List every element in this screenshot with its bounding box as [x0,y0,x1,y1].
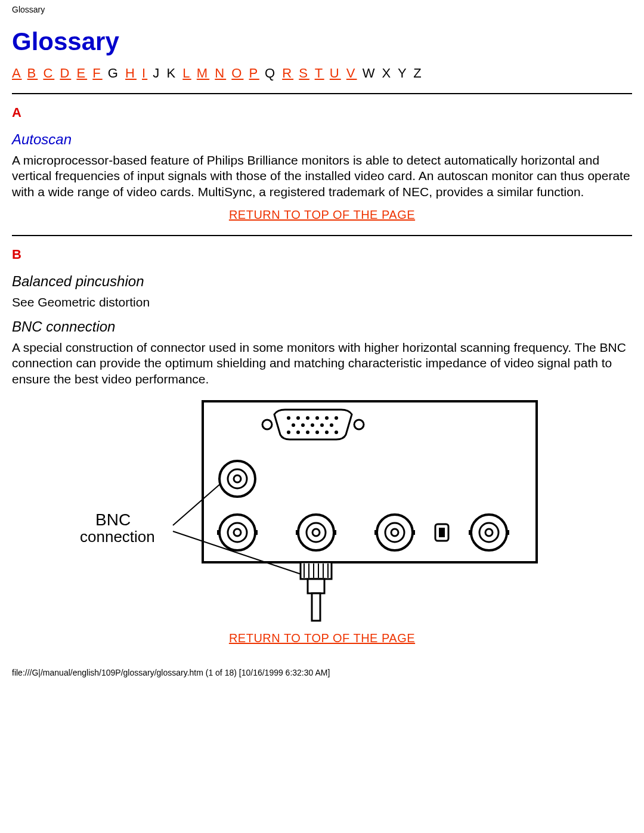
alpha-link-h[interactable]: H [125,66,137,80]
svg-point-9 [311,423,314,427]
svg-point-1 [287,416,290,420]
alpha-letter-q: Q [265,66,277,80]
term-title-bnc-connection: BNC connection [12,318,632,335]
alpha-link-o[interactable]: O [231,66,243,80]
alpha-letter-z: Z [413,66,423,80]
svg-point-10 [320,423,324,427]
svg-point-18 [262,420,272,429]
diagram-label-line2: connection [80,528,155,546]
header-breadcrumb: Glossary [0,0,644,17]
footer-path: file:///G|/manual/english/109P/glossary/… [0,664,644,686]
svg-rect-39 [439,528,445,537]
alpha-link-b[interactable]: B [27,66,38,80]
svg-rect-27 [254,530,258,535]
alphabet-nav: A B C D E F G H I J K L M N O P Q R S T … [12,66,632,81]
svg-point-12 [287,431,290,434]
svg-point-30 [312,529,320,536]
term-title-balanced-pincushion: Balanced pincushion [12,273,632,290]
alpha-link-c[interactable]: C [43,66,54,80]
alpha-link-a[interactable]: A [12,66,21,80]
alpha-link-m[interactable]: M [197,66,209,80]
svg-point-14 [306,431,309,434]
svg-point-13 [296,431,300,434]
alpha-link-n[interactable]: N [215,66,226,80]
svg-point-7 [292,423,295,427]
term-title-autoscan: Autoscan [12,131,632,148]
svg-point-8 [301,423,305,427]
alpha-letter-x: X [382,66,393,80]
svg-rect-44 [506,530,509,535]
alpha-link-s[interactable]: S [299,66,309,80]
bnc-diagram: BNC connection [12,395,632,624]
return-to-top-link[interactable]: RETURN TO TOP OF THE PAGE [229,631,415,645]
alpha-letter-j: J [153,66,161,80]
alpha-link-f[interactable]: F [92,66,102,80]
svg-rect-47 [301,562,332,579]
svg-point-4 [315,416,319,420]
svg-point-35 [391,529,398,536]
alpha-link-t[interactable]: T [315,66,324,80]
svg-rect-31 [296,530,299,535]
section-letter-b: B [12,247,632,262]
alpha-link-d[interactable]: D [60,66,71,80]
return-to-top-link[interactable]: RETURN TO TOP OF THE PAGE [229,208,415,221]
svg-point-25 [234,529,241,536]
svg-point-22 [234,475,241,482]
svg-point-3 [306,416,309,420]
alpha-link-e[interactable]: E [76,66,87,80]
svg-point-15 [315,431,319,434]
alpha-link-p[interactable]: P [249,66,259,80]
diagram-label-line1: BNC [95,510,131,529]
alpha-link-l[interactable]: L [182,66,191,80]
svg-rect-37 [411,530,415,535]
svg-rect-54 [308,579,324,593]
alpha-link-i[interactable]: I [142,66,147,80]
alpha-link-u[interactable]: U [330,66,341,80]
divider [12,235,632,236]
term-body-balanced-pincushion: See Geometric distortion [12,295,632,310]
alpha-letter-w: W [363,66,377,80]
svg-point-42 [485,529,493,536]
svg-point-19 [354,420,364,429]
svg-rect-32 [333,530,336,535]
svg-point-6 [335,416,338,420]
svg-rect-43 [469,530,472,535]
svg-point-2 [296,416,300,420]
svg-point-11 [330,423,333,427]
alpha-letter-g: G [108,66,120,80]
svg-rect-26 [217,530,221,535]
alpha-letter-y: Y [398,66,408,80]
section-letter-a: A [12,105,632,120]
divider [12,93,632,94]
alpha-link-v[interactable]: V [346,66,357,80]
svg-point-5 [325,416,329,420]
svg-point-16 [325,431,329,434]
alpha-letter-k: K [166,66,177,80]
svg-point-17 [335,431,338,434]
term-body-bnc-connection: A special construction of connector used… [12,340,632,387]
term-body-autoscan: A microprocessor-based feature of Philip… [12,153,632,200]
page-title: Glossary [12,27,632,56]
alpha-link-r[interactable]: R [282,66,293,80]
svg-rect-55 [312,593,320,621]
svg-rect-36 [374,530,378,535]
